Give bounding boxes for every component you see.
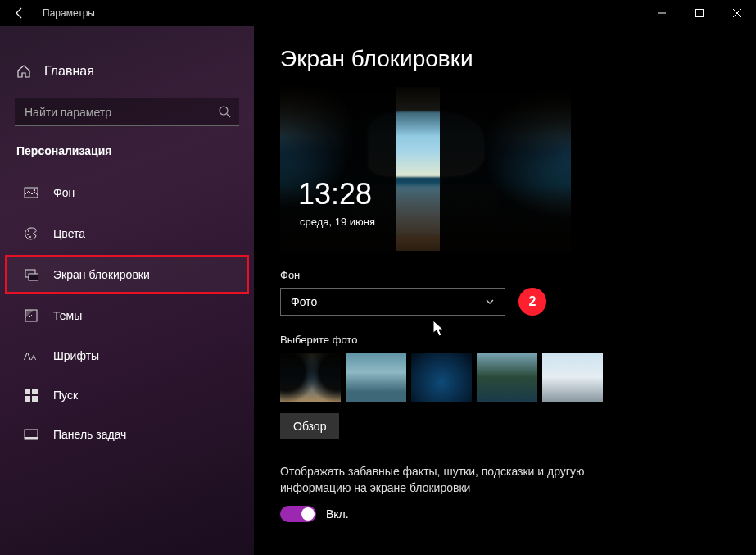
svg-point-4 <box>28 230 29 232</box>
preview-date: среда, 19 июня <box>300 216 375 228</box>
photo-thumbnails <box>280 353 730 402</box>
toggle-knob <box>301 507 315 521</box>
start-icon <box>24 389 38 402</box>
window-title: Параметры <box>43 7 95 19</box>
sidebar-item-label: Темы <box>53 309 82 322</box>
search-input[interactable] <box>15 98 239 126</box>
choose-photo-label: Выберите фото <box>280 334 730 346</box>
fun-facts-toggle[interactable] <box>280 506 316 522</box>
svg-rect-0 <box>696 10 704 17</box>
close-icon <box>733 9 741 17</box>
photo-thumb-3[interactable] <box>411 353 472 402</box>
close-button[interactable] <box>718 0 756 26</box>
sidebar-item-taskbar[interactable]: Панель задач <box>5 416 249 453</box>
toggle-state-label: Вкл. <box>326 507 349 521</box>
sidebar-item-label: Цвета <box>53 227 85 240</box>
main-content: Экран блокировки 13:28 среда, 19 июня Фо… <box>254 26 756 555</box>
annotation-badge: 2 <box>518 288 546 316</box>
page-title: Экран блокировки <box>280 46 730 72</box>
sidebar-item-label: Панель задач <box>53 428 126 441</box>
window-controls <box>643 0 756 26</box>
fun-facts-toggle-row: Вкл. <box>280 506 730 522</box>
photo-thumb-1[interactable] <box>280 353 341 402</box>
palette-icon <box>24 226 38 241</box>
background-select-value: Фото <box>291 295 317 308</box>
home-label: Главная <box>44 64 94 79</box>
background-label: Фон <box>280 269 730 281</box>
content-body: Главная Персонализация Фон Цвета <box>0 26 756 555</box>
fonts-icon: AA <box>24 349 38 362</box>
settings-window: Параметры Главная <box>0 0 756 555</box>
maximize-icon <box>695 9 704 17</box>
chevron-down-icon <box>485 297 495 307</box>
sidebar-item-label: Экран блокировки <box>53 268 150 281</box>
sidebar-item-colors[interactable]: Цвета <box>5 214 249 253</box>
picture-icon <box>24 185 38 200</box>
svg-rect-15 <box>32 396 38 402</box>
minimize-button[interactable] <box>643 0 681 26</box>
arrow-left-icon <box>13 7 26 20</box>
svg-rect-12 <box>25 389 30 394</box>
svg-rect-14 <box>25 396 30 402</box>
fun-facts-description: Отображать забавные факты, шутки, подска… <box>280 464 624 496</box>
browse-button[interactable]: Обзор <box>280 413 339 439</box>
lockscreen-preview: 13:28 среда, 19 июня <box>280 87 571 251</box>
svg-rect-17 <box>25 437 38 439</box>
background-select-row: Фото 2 <box>280 288 730 316</box>
search-wrap <box>15 98 239 126</box>
lockscreen-icon <box>24 267 38 282</box>
sidebar: Главная Персонализация Фон Цвета <box>0 26 254 555</box>
svg-rect-13 <box>32 389 38 394</box>
photo-thumb-5[interactable] <box>542 353 603 402</box>
sidebar-item-label: Шрифты <box>53 349 99 362</box>
section-title: Персонализация <box>0 134 254 172</box>
svg-point-3 <box>34 189 35 191</box>
sidebar-item-fonts[interactable]: AA Шрифты <box>5 337 249 375</box>
home-icon <box>16 64 31 79</box>
themes-icon <box>24 308 38 323</box>
sidebar-item-themes[interactable]: Темы <box>5 296 249 335</box>
svg-text:A: A <box>24 350 31 362</box>
minimize-icon <box>658 9 666 17</box>
preview-time: 13:28 <box>298 177 372 212</box>
sidebar-item-lockscreen[interactable]: Экран блокировки <box>5 255 249 294</box>
home-nav[interactable]: Главная <box>0 56 254 87</box>
sidebar-item-label: Фон <box>53 186 75 199</box>
taskbar-icon <box>24 429 38 440</box>
svg-point-6 <box>29 236 31 238</box>
svg-rect-8 <box>29 274 38 280</box>
sidebar-item-start[interactable]: Пуск <box>5 376 249 414</box>
background-select[interactable]: Фото <box>280 288 505 316</box>
annotation-badge-text: 2 <box>529 294 536 309</box>
sidebar-item-background[interactable]: Фон <box>5 173 249 212</box>
titlebar: Параметры <box>0 0 756 26</box>
preview-cave-right <box>440 87 571 251</box>
svg-text:A: A <box>31 353 36 362</box>
sidebar-item-label: Пуск <box>53 389 78 402</box>
photo-thumb-4[interactable] <box>477 353 537 402</box>
maximize-button[interactable] <box>681 0 718 26</box>
titlebar-left: Параметры <box>7 0 95 26</box>
svg-point-5 <box>27 234 29 235</box>
back-button[interactable] <box>7 0 33 26</box>
photo-thumb-2[interactable] <box>346 353 406 402</box>
